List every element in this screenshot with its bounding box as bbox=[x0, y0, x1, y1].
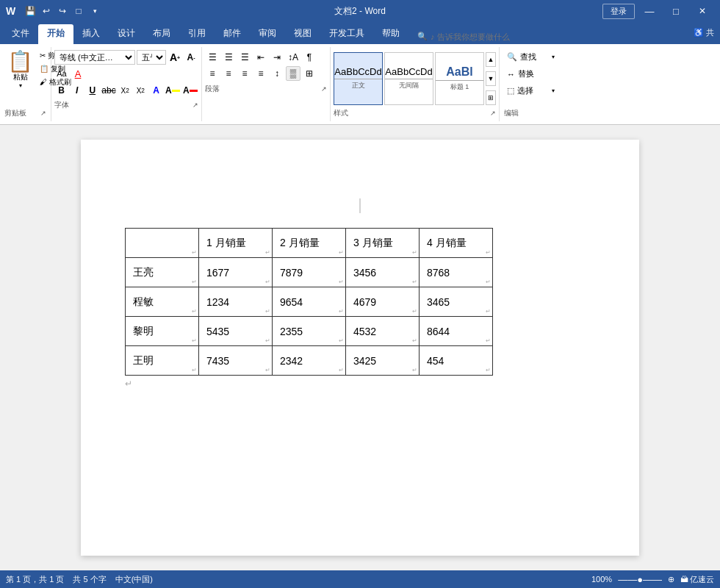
header-cell-1[interactable]: 1 月销量 bbox=[199, 229, 273, 258]
tab-developer[interactable]: 开发工具 bbox=[320, 24, 373, 44]
row2-name[interactable]: 程敏 bbox=[126, 287, 199, 317]
clipboard-expand-icon[interactable]: ↗ bbox=[40, 110, 46, 117]
superscript-button[interactable]: X2 bbox=[134, 82, 148, 98]
new-doc-icon[interactable]: □ bbox=[71, 4, 86, 18]
tab-references[interactable]: 引用 bbox=[179, 24, 215, 44]
data-table[interactable]: 1 月销量 2 月销量 3 月销量 4 月销量 王亮 1677 7879 bbox=[125, 228, 493, 376]
text-effect-button[interactable]: A bbox=[149, 82, 163, 98]
row3-mar[interactable]: 4532 bbox=[346, 317, 420, 346]
row3-name[interactable]: 黎明 bbox=[126, 317, 199, 346]
tab-help[interactable]: 帮助 bbox=[373, 24, 408, 44]
row3-apr[interactable]: 8644 bbox=[420, 317, 493, 346]
font-size-select[interactable]: 五号 bbox=[137, 50, 166, 65]
highlight-button[interactable]: A bbox=[165, 82, 181, 98]
zoom-slider[interactable]: ——●—— bbox=[618, 574, 662, 585]
minimize-button[interactable]: — bbox=[638, 0, 661, 22]
customize-icon[interactable]: ▾ bbox=[87, 4, 102, 18]
replace-button[interactable]: ↔ 替换 bbox=[504, 67, 558, 81]
clear-format-button[interactable]: A bbox=[71, 66, 85, 81]
style-normal[interactable]: AaBbCcDd 正文 bbox=[334, 52, 383, 105]
align-center-button[interactable]: ≡ bbox=[221, 66, 236, 81]
row2-feb[interactable]: 9654 bbox=[273, 287, 346, 317]
bold-button[interactable]: B bbox=[54, 82, 68, 98]
styles-scroll-down[interactable]: ▼ bbox=[486, 71, 496, 86]
header-cell-0[interactable] bbox=[126, 229, 199, 258]
numbering-button[interactable]: ☰ bbox=[221, 50, 236, 65]
tell-me-input[interactable] bbox=[431, 32, 541, 41]
strikethrough-button[interactable]: abc bbox=[101, 82, 116, 98]
language: 中文(中国) bbox=[115, 574, 153, 585]
align-left-button[interactable]: ≡ bbox=[205, 66, 220, 81]
zoom-level[interactable]: 100% bbox=[591, 575, 612, 584]
row4-apr[interactable]: 454 bbox=[420, 346, 493, 376]
tab-design[interactable]: 设计 bbox=[109, 24, 144, 44]
tab-home[interactable]: 开始 bbox=[38, 24, 73, 44]
row1-feb[interactable]: 7879 bbox=[273, 258, 346, 287]
row2-jan[interactable]: 1234 bbox=[199, 287, 273, 317]
redo-icon[interactable]: ↪ bbox=[55, 4, 70, 18]
row1-name[interactable]: 王亮 bbox=[126, 258, 199, 287]
tab-review[interactable]: 审阅 bbox=[250, 24, 285, 44]
row4-feb[interactable]: 2342 bbox=[273, 346, 346, 376]
styles-scroll-up[interactable]: ▲ bbox=[486, 52, 496, 67]
row1-jan[interactable]: 1677 bbox=[199, 258, 273, 287]
style-heading1[interactable]: AaBl 标题 1 bbox=[435, 52, 484, 105]
font-color-button[interactable]: A bbox=[182, 82, 198, 98]
styles-expand-icon[interactable]: ↗ bbox=[490, 110, 496, 117]
font-name-select[interactable]: 等线 (中文正… bbox=[54, 50, 135, 65]
bullets-button[interactable]: ☰ bbox=[205, 50, 220, 65]
save-icon[interactable]: 💾 bbox=[23, 4, 37, 18]
change-case-button[interactable]: Aa bbox=[54, 66, 69, 81]
zoom-in-button[interactable]: ⊕ bbox=[668, 575, 674, 584]
font-expand-icon[interactable]: ↗ bbox=[192, 101, 198, 109]
row2-mar[interactable]: 4679 bbox=[346, 287, 420, 317]
find-button[interactable]: 🔍 查找 ▾ bbox=[504, 50, 558, 64]
tab-file[interactable]: 文件 bbox=[3, 24, 38, 44]
decrease-indent-button[interactable]: ⇤ bbox=[253, 50, 268, 65]
line-spacing-button[interactable]: ↕ bbox=[270, 66, 284, 81]
document-area[interactable]: 1 月销量 2 月销量 3 月销量 4 月销量 王亮 1677 7879 bbox=[0, 125, 720, 570]
editing-buttons: 🔍 查找 ▾ ↔ 替换 ⬚ 选择 ▾ bbox=[504, 50, 558, 107]
row2-apr[interactable]: 3465 bbox=[420, 287, 493, 317]
page[interactable]: 1 月销量 2 月销量 3 月销量 4 月销量 王亮 1677 7879 bbox=[81, 140, 639, 556]
sort-button[interactable]: ↕A bbox=[286, 50, 300, 65]
row3-jan[interactable]: 5435 bbox=[199, 317, 273, 346]
tab-view[interactable]: 视图 bbox=[285, 24, 320, 44]
font-grow-button[interactable]: A+ bbox=[168, 50, 182, 65]
tab-insert[interactable]: 插入 bbox=[73, 24, 109, 44]
paste-button[interactable]: 📋 粘贴 ▾ bbox=[4, 50, 36, 90]
header-cell-3[interactable]: 3 月销量 bbox=[346, 229, 420, 258]
style-no-spacing[interactable]: AaBbCcDd 无间隔 bbox=[384, 52, 433, 105]
font-shrink-button[interactable]: A- bbox=[184, 50, 198, 65]
paragraph-expand-icon[interactable]: ↗ bbox=[321, 85, 327, 93]
subscript-button[interactable]: X2 bbox=[118, 82, 132, 98]
select-button[interactable]: ⬚ 选择 ▾ bbox=[504, 84, 558, 98]
header-cell-4[interactable]: 4 月销量 bbox=[420, 229, 493, 258]
share-button[interactable]: ♿ 共 bbox=[688, 27, 720, 44]
row4-mar[interactable]: 3425 bbox=[346, 346, 420, 376]
maximize-button[interactable]: □ bbox=[664, 0, 688, 22]
align-right-button[interactable]: ≡ bbox=[237, 66, 252, 81]
row1-mar[interactable]: 3456 bbox=[346, 258, 420, 287]
undo-icon[interactable]: ↩ bbox=[39, 4, 54, 18]
close-button[interactable]: ✕ bbox=[691, 0, 714, 22]
login-button[interactable]: 登录 bbox=[602, 4, 635, 19]
row4-jan[interactable]: 7435 bbox=[199, 346, 273, 376]
justify-button[interactable]: ≡ bbox=[253, 66, 268, 81]
share-label[interactable]: ♿ 共 bbox=[688, 27, 720, 41]
row1-apr[interactable]: 8768 bbox=[420, 258, 493, 287]
increase-indent-button[interactable]: ⇥ bbox=[270, 50, 284, 65]
tab-layout[interactable]: 布局 bbox=[144, 24, 179, 44]
row4-name[interactable]: 王明 bbox=[126, 346, 199, 376]
show-formatting-button[interactable]: ¶ bbox=[302, 50, 317, 65]
underline-button[interactable]: U bbox=[85, 82, 99, 98]
borders-button[interactable]: ⊞ bbox=[302, 66, 317, 81]
row3-feb[interactable]: 2355 bbox=[273, 317, 346, 346]
shading-button[interactable]: ▒ bbox=[286, 66, 300, 81]
italic-button[interactable]: I bbox=[70, 82, 84, 98]
multilevel-button[interactable]: ☰ bbox=[237, 50, 252, 65]
styles-expand[interactable]: ⊞ bbox=[486, 90, 496, 105]
tab-mailings[interactable]: 邮件 bbox=[215, 24, 250, 44]
paste-dropdown-icon[interactable]: ▾ bbox=[19, 82, 22, 89]
header-cell-2[interactable]: 2 月销量 bbox=[273, 229, 346, 258]
